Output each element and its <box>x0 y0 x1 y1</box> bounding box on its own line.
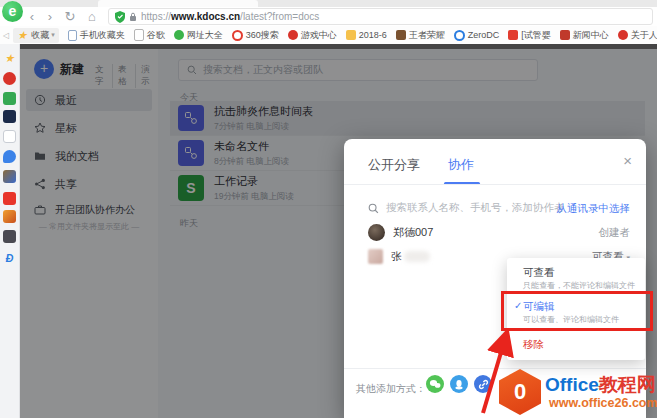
lock-icon <box>129 12 137 22</box>
bookmark-item[interactable]: [试管婴 <box>508 29 551 42</box>
browser-tab-strip <box>0 0 657 7</box>
bookmark-label: 2018-6 <box>359 30 387 40</box>
side-flame-game-icon[interactable] <box>3 210 16 223</box>
office-logo-icon: 0 <box>499 369 541 415</box>
bookmark-label: 王者荣耀 <box>409 29 445 42</box>
contacts-picker-link[interactable]: 从通讯录中选择 <box>557 202 631 216</box>
footer-label: 其他添加方式： <box>356 382 426 396</box>
bookmark-item[interactable]: 网址大全 <box>174 29 223 42</box>
bookmark-item[interactable]: 游戏中心 <box>288 29 337 42</box>
collaborator-search-input[interactable]: 搜索联系人名称、手机号，添加协作者 <box>368 201 565 215</box>
avatar <box>368 249 383 264</box>
side-game-tile-icon[interactable] <box>3 170 16 183</box>
watermark-url: www.office26.com <box>549 396 657 410</box>
search-icon <box>368 203 379 214</box>
menu-option-remove[interactable]: 移除 <box>523 338 544 352</box>
bookmark-item[interactable]: 新闻中心 <box>560 29 609 42</box>
side-dark-game-icon[interactable] <box>3 230 16 243</box>
url-text: https://www.kdocs.cn/latest?from=docs <box>141 11 319 22</box>
folder-icon <box>346 30 356 40</box>
bookmark-label: 谷歌 <box>147 29 165 42</box>
side-chat-app-icon[interactable] <box>3 150 16 163</box>
bookmark-item[interactable]: ★收藏▾ <box>13 28 59 43</box>
member-name: 张 <box>391 249 402 264</box>
tab-collaborate[interactable]: 协作 <box>448 156 474 174</box>
bookmark-label: 收藏 <box>31 29 49 42</box>
chevron-down-icon: ▾ <box>51 31 55 39</box>
close-icon[interactable]: × <box>623 152 632 169</box>
favorites-star-icon[interactable]: ★ <box>3 52 16 65</box>
safety-shield-icon <box>115 11 125 23</box>
side-note-app-icon[interactable] <box>3 130 16 143</box>
browser-tab[interactable] <box>98 0 258 7</box>
bookmark-item[interactable]: 王者荣耀 <box>396 29 445 42</box>
tab-divider <box>344 184 646 185</box>
bookmarks-collapse-icon[interactable]: ◁ <box>3 31 9 40</box>
phone-icon <box>68 30 77 41</box>
bookmark-item[interactable]: 谷歌 <box>134 29 165 42</box>
page-icon <box>134 29 144 41</box>
avatar-icon <box>396 30 406 40</box>
bookmark-item[interactable]: 手机收藏夹 <box>68 29 125 42</box>
side-red-app-icon[interactable] <box>3 192 16 205</box>
side-green-app-icon[interactable] <box>3 92 16 105</box>
bookmark-item[interactable]: ZeroDC <box>454 30 500 41</box>
member-role: 创建者 <box>599 226 631 240</box>
forward-button[interactable]: › <box>42 8 58 26</box>
bookmark-label: 关于人工 <box>631 29 657 42</box>
member-name: 郑德007 <box>393 225 433 240</box>
screenshot-root: e ‹ › ↻ ⌂ https://www.kdocs.cn/latest?fr… <box>0 0 657 418</box>
bookmark-label: 网址大全 <box>187 29 223 42</box>
bookmark-label: ZeroDC <box>468 30 500 40</box>
bookmarks-bar: ◁ ★收藏▾ 手机收藏夹 谷歌 网址大全 360搜索 游戏中心 2018-6 王… <box>0 26 657 45</box>
home-button[interactable]: ⌂ <box>84 8 100 26</box>
menu-option-view[interactable]: 可查看 只能查看，不能评论和编辑文件 <box>523 266 635 291</box>
bookmark-label: 360搜索 <box>246 29 279 42</box>
refresh-button[interactable]: ↻ <box>62 8 78 26</box>
bookmark-item[interactable]: 360搜索 <box>232 29 279 42</box>
wechat-share-icon[interactable] <box>426 375 444 393</box>
star-icon: ★ <box>17 30 28 40</box>
watermark: 0 Office教程网 www.office26.com <box>497 367 657 417</box>
bookmark-label: 手机收藏夹 <box>80 29 125 42</box>
bookmark-item[interactable]: 关于人工 <box>618 29 657 42</box>
back-button[interactable]: ‹ <box>24 8 40 26</box>
site-icon <box>618 30 628 40</box>
bookmark-item[interactable]: 2018-6 <box>346 30 387 40</box>
site-icon <box>454 30 465 41</box>
search-ring-icon <box>232 30 243 41</box>
site-icon <box>508 30 518 40</box>
member-row: 郑德007 创建者 <box>368 224 630 241</box>
news-icon <box>560 30 570 40</box>
site-icon <box>174 30 184 40</box>
tab-public-share[interactable]: 公开分享 <box>368 156 420 174</box>
game-icon <box>288 30 298 40</box>
bookmark-label: 游戏中心 <box>301 29 337 42</box>
side-red-game-icon[interactable] <box>3 72 16 85</box>
side-blue-p-icon[interactable]: Ɖ <box>3 252 16 265</box>
browser-side-panel: ★ Ɖ <box>0 44 20 418</box>
side-dark-app-icon[interactable] <box>3 110 16 123</box>
bookmark-label: [试管婴 <box>521 29 551 42</box>
watermark-brand: Office教程网 <box>545 372 656 398</box>
censored-name <box>404 251 430 262</box>
browser-logo-icon[interactable]: e <box>2 1 23 22</box>
address-bar[interactable]: https://www.kdocs.cn/latest?from=docs <box>108 8 653 25</box>
bookmark-label: 新闻中心 <box>573 29 609 42</box>
avatar <box>368 224 385 241</box>
search-placeholder: 搜索联系人名称、手机号，添加协作者 <box>386 201 565 215</box>
